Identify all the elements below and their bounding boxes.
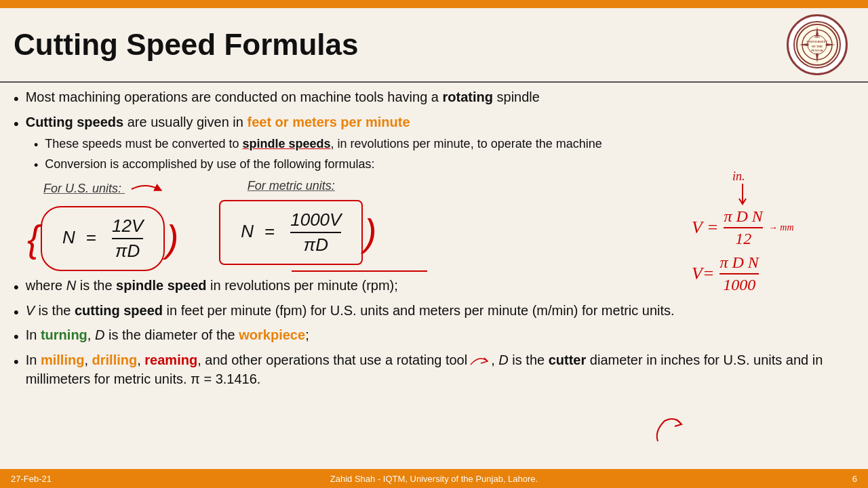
header-area: Cutting Speed Formulas UNIVERSITY OF THE… [0,8,868,83]
bullet-text-3: where N is the spindle speed in revoluti… [26,277,398,294]
svg-marker-6 [799,43,809,46]
formula-metric-box: N = 1000V πD ) [219,200,363,265]
bullet-text-6: In milling, drilling, reaming, and other… [26,351,854,388]
bullet-dot-2: • [14,115,19,134]
us-arrow [128,179,162,199]
left-brace: { [27,220,39,257]
formula-us-label: For U.S. units: [43,179,162,199]
bullet-text-5: In turning, D is the diameter of the wor… [26,326,309,344]
slide-date: 27-Feb-21 [11,474,52,484]
metric-paren: ) [364,214,376,251]
logo-inner: UNIVERSITY OF THE PUNJAB 2002 [793,21,841,68]
bullet-text-2: Cutting speeds are usually given in feet… [26,113,410,131]
us-fraction: 12V πD [112,216,143,262]
down-arrow [736,184,749,207]
bullet-dot-1: • [14,89,19,109]
bullet-text-1: Most machining operations are conducted … [26,88,540,106]
v-eq-1: V = π D N 12 → mm [692,207,848,248]
v-frac-2: π D N 1000 [719,253,758,294]
right-paren: ) [166,220,178,257]
in-annotation: in. [732,169,848,207]
svg-marker-4 [825,43,835,46]
drilling-label: drilling [92,352,138,367]
v-frac-2-num: π D N [719,253,758,274]
top-bar [0,0,868,8]
spindle-speed-bold: spindle speed [116,278,206,293]
v-frac-1-num: π D N [724,207,762,228]
formula-us-box: { N = 12V πD ) [41,206,165,271]
orange-text: feet or meters per minute [247,115,410,129]
rotating-arrow-svg [651,414,685,448]
v-frac-1: π D N 12 [724,207,762,248]
logo-svg: UNIVERSITY OF THE PUNJAB 2002 [795,23,840,67]
milling-label: milling [41,352,84,367]
svg-marker-5 [816,53,818,63]
bullet-dot-4: • [14,303,19,323]
metric-underline [292,268,427,274]
metric-denominator: πD [304,233,328,256]
formula-metric-block: For metric units: N = 1000V πD ) [219,179,363,265]
metric-numerator: 1000V [290,209,341,233]
bullet-item-2: • Cutting speeds are usually given in fe… [14,113,854,134]
cutter-bold: cutter [549,352,587,367]
reaming-label: reaming [144,352,197,367]
bullet-item-6: • In milling, drilling, reaming, and oth… [14,351,854,388]
v-frac-2-den: 1000 [723,274,755,294]
right-annotations: in. V = π D N 12 → mm V= π D N 1000 [692,169,848,294]
page-title: Cutting Speed Formulas [14,28,780,61]
v-frac-1-den: 12 [735,228,751,248]
mm-label: → mm [768,222,794,233]
presenter-info: Zahid Shah - IQTM, University of the Pun… [330,474,538,484]
bullet-dot-6: • [14,352,19,372]
bottom-bar: 27-Feb-21 Zahid Shah - IQTM, University … [0,469,868,488]
svg-text:UNIVERSITY: UNIVERSITY [806,40,828,43]
svg-text:OF THE: OF THE [811,45,823,48]
svg-text:PUNJAB: PUNJAB [811,49,823,52]
page-number: 6 [852,474,857,484]
us-numerator: 12V [112,216,143,239]
formula-us-block: For U.S. units: { N = 12V [41,179,165,271]
bullet-dot-3: • [14,278,19,298]
sub-bullet-item-1: • These speeds must be converted to spin… [34,136,854,153]
turning-label: turning [41,327,87,342]
logo-area: UNIVERSITY OF THE PUNJAB 2002 [780,14,854,75]
tool-annotation [467,351,491,370]
formula-metric-label: For metric units: [248,179,335,193]
main-bullet-list: • Most machining operations are conducte… [14,88,854,174]
rotating-annotation [651,414,685,451]
cutting-speed-bold: cutting speed [75,303,163,318]
us-denominator: πD [115,239,140,262]
title-box: Cutting Speed Formulas [14,22,780,68]
sub-bullet-text-1: These speeds must be converted to spindl… [45,136,601,152]
bullet-item-5: • In turning, D is the diameter of the w… [14,326,854,347]
bullet-item-4: • V is the cutting speed in feet per min… [14,302,854,323]
rotating-bold: rotating [443,89,493,104]
workpiece-label: workpiece [239,327,305,342]
cutting-speeds-label: Cutting speeds [26,115,123,129]
bullet-text-4: V is the cutting speed in feet per minut… [26,302,675,319]
bullet-dot-5: • [14,327,19,347]
sub-dot-2: • [34,158,38,174]
spindle-speeds-bold: spindle speeds [242,137,330,150]
sub-bullet-text-2: Conversion is accomplished by use of the… [45,157,374,172]
metric-fraction: 1000V πD [290,209,341,256]
bullet-item-1: • Most machining operations are conducte… [14,88,854,109]
university-logo: UNIVERSITY OF THE PUNJAB 2002 [787,14,848,75]
sub-dot-1: • [34,138,38,153]
v-eq-2: V= π D N 1000 [692,253,848,294]
svg-text:2002: 2002 [814,35,820,39]
